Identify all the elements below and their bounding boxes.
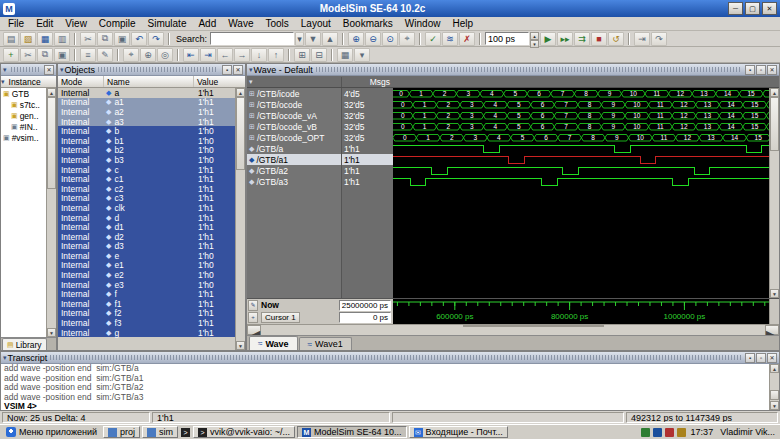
object-row-d[interactable]: Internal◆d1'h1	[58, 213, 235, 223]
object-row-a2[interactable]: Internal◆a21'h1	[58, 107, 235, 117]
wave-signal-a3[interactable]: ◆/GTB/a3	[247, 176, 341, 187]
tree-item-gtb[interactable]: ▣GTB	[1, 88, 46, 99]
maximize-button[interactable]: ▢	[745, 2, 760, 15]
object-row-b1[interactable]: Internal◆b11'h0	[58, 136, 235, 146]
dock-icon[interactable]: ▪	[745, 65, 755, 75]
object-row-b[interactable]: Internal◆b1'h0	[58, 126, 235, 136]
taskbar-window-msim[interactable]: MModelSim SE-64 10...	[297, 426, 407, 438]
wave-signal-a2[interactable]: ◆/GTB/a2	[247, 165, 341, 176]
scroll-down-icon[interactable]: ▼	[236, 341, 245, 350]
run-all-icon[interactable]: ⇉	[574, 32, 590, 46]
zoom-in-icon[interactable]: ⊕	[348, 32, 364, 46]
close-button[interactable]: ✕	[762, 2, 777, 15]
prev-transition-icon[interactable]: ⇤	[183, 48, 199, 62]
scroll-thumb[interactable]	[770, 390, 779, 400]
cut-icon[interactable]: ✂	[80, 32, 96, 46]
panel-grip[interactable]	[316, 67, 741, 72]
panel-menu-icon[interactable]: ▾	[3, 354, 7, 362]
close-icon[interactable]: ✕	[767, 65, 777, 75]
object-row-c3[interactable]: Internal◆c31'h1	[58, 194, 235, 204]
cursor-name[interactable]: Cursor 1	[261, 312, 300, 323]
add-to-wave-icon[interactable]: +	[3, 48, 19, 62]
scroll-track[interactable]	[770, 97, 779, 289]
search-dropdown-icon[interactable]: ▾	[295, 32, 304, 46]
tree-item-gen[interactable]: ▣gen..	[1, 110, 46, 121]
sim-panel-header[interactable]: ▾ ✕	[1, 64, 56, 76]
taskbar-user-menu[interactable]: Vladimir Vik...	[718, 427, 777, 437]
object-row-b2[interactable]: Internal◆b21'h0	[58, 146, 235, 156]
objects-scrollbar[interactable]: ▲▼	[235, 88, 245, 350]
crosshair-mode-icon[interactable]: ◎	[157, 48, 173, 62]
object-row-d3[interactable]: Internal◆d31'h1	[58, 242, 235, 252]
object-row-a[interactable]: Internal◆a1'h1	[58, 88, 235, 98]
prev-falling-edge-icon[interactable]: ↓	[251, 48, 267, 62]
wave-signal-ocode[interactable]: ⊞/GTB/ocode	[247, 99, 341, 110]
spin-up-icon[interactable]: ▴	[530, 32, 539, 40]
paste-wave-icon[interactable]: ▣	[54, 48, 70, 62]
wave-signal-icode[interactable]: ⊞/GTB/icode	[247, 88, 341, 99]
scroll-up-icon[interactable]: ▲	[47, 88, 56, 97]
wave-signal-a1[interactable]: ◆/GTB/a1	[247, 154, 341, 165]
scroll-down-icon[interactable]: ▼	[770, 401, 779, 410]
object-row-f[interactable]: Internal◆f1'h1	[58, 289, 235, 299]
tree-item-s7tc[interactable]: ▣s7tc..	[1, 99, 46, 110]
transcript-header[interactable]: ▾ Transcript ▪ ▫ ✕	[1, 352, 779, 364]
tab-wave[interactable]: ≈Wave	[249, 336, 298, 350]
object-row-e2[interactable]: Internal◆e21'h0	[58, 270, 235, 280]
wave-vertical-scrollbar[interactable]: ▲▼	[769, 88, 779, 298]
next-rising-edge-icon[interactable]: ↑	[268, 48, 284, 62]
object-row-d1[interactable]: Internal◆d11'h1	[58, 222, 235, 232]
dock-icon[interactable]: ▪	[222, 65, 232, 75]
zoom-in-mode-icon[interactable]: ⊕	[140, 48, 156, 62]
tab-library[interactable]: ▤ Library	[2, 338, 47, 350]
scroll-up-icon[interactable]: ▲	[770, 364, 779, 373]
object-row-c2[interactable]: Internal◆c21'h1	[58, 184, 235, 194]
run-length-spinner[interactable]: ▴▾	[530, 32, 539, 45]
scroll-right-icon[interactable]: ▶	[765, 325, 779, 335]
search-input[interactable]	[210, 32, 294, 45]
network-icon[interactable]	[641, 428, 650, 437]
object-row-g[interactable]: Internal◆g1'h1	[58, 328, 235, 338]
edit-mode-icon[interactable]: ✎	[97, 48, 113, 62]
insert-divider-icon[interactable]: ≡	[80, 48, 96, 62]
object-row-c1[interactable]: Internal◆c11'h1	[58, 174, 235, 184]
column-value[interactable]: Value	[194, 76, 245, 87]
run-length-input[interactable]	[485, 32, 529, 45]
terminal-launcher-icon[interactable]: >	[181, 428, 190, 437]
select-mode-icon[interactable]: ⌖	[123, 48, 139, 62]
wave-plot[interactable]: 0123456789101112131415001234567891011121…	[393, 88, 769, 298]
object-row-f3[interactable]: Internal◆f31'h1	[58, 318, 235, 328]
menu-view[interactable]: View	[59, 18, 93, 29]
find-previous-icon[interactable]: ▲	[322, 32, 338, 46]
scroll-track[interactable]	[47, 97, 56, 328]
menu-file[interactable]: File	[2, 18, 30, 29]
wave-timeline-ruler[interactable]: 600000 ps800000 ps1000000 ps	[393, 299, 769, 324]
restart-icon[interactable]: ↺	[608, 32, 624, 46]
panel-grip[interactable]	[98, 67, 218, 72]
scroll-down-icon[interactable]: ▼	[47, 328, 56, 337]
step-into-icon[interactable]: ⇥	[634, 32, 650, 46]
expand-all-icon[interactable]: ⊞	[294, 48, 310, 62]
wave-panel-header[interactable]: ▾ Wave - Default ▪ ▫ ✕	[247, 64, 779, 76]
paste-icon[interactable]: ▣	[114, 32, 130, 46]
copy-icon[interactable]: ⧉	[97, 32, 113, 46]
update-icon[interactable]	[665, 428, 674, 437]
wave-tree-icon[interactable]: ▾	[249, 78, 253, 86]
waveform-canvas[interactable]: 0123456789101112131415001234567891011121…	[393, 88, 769, 298]
new-file-icon[interactable]: ▤	[3, 32, 19, 46]
maximize-icon[interactable]: ▫	[756, 353, 766, 363]
zoom-full-icon[interactable]: ⊙	[382, 32, 398, 46]
transcript-scrollbar[interactable]: ▲▼	[769, 364, 779, 410]
run-icon[interactable]: ▶	[540, 32, 556, 46]
clipboard-icon[interactable]	[677, 428, 686, 437]
column-mode[interactable]: Mode	[58, 76, 104, 87]
wave-horizontal-scrollbar[interactable]: ◀▶	[247, 324, 779, 335]
close-icon[interactable]: ✕	[233, 65, 243, 75]
zoom-out-icon[interactable]: ⊖	[365, 32, 381, 46]
object-row-f1[interactable]: Internal◆f11'h1	[58, 299, 235, 309]
titlebar[interactable]: M ModelSim SE-64 10.2c ─ ▢ ✕	[0, 0, 780, 17]
cursor-row[interactable]: Cursor 1 0 ps	[259, 312, 393, 325]
panel-grip[interactable]	[11, 67, 40, 72]
mail-icon[interactable]	[653, 428, 662, 437]
panel-menu-icon[interactable]: ▾	[60, 66, 64, 74]
